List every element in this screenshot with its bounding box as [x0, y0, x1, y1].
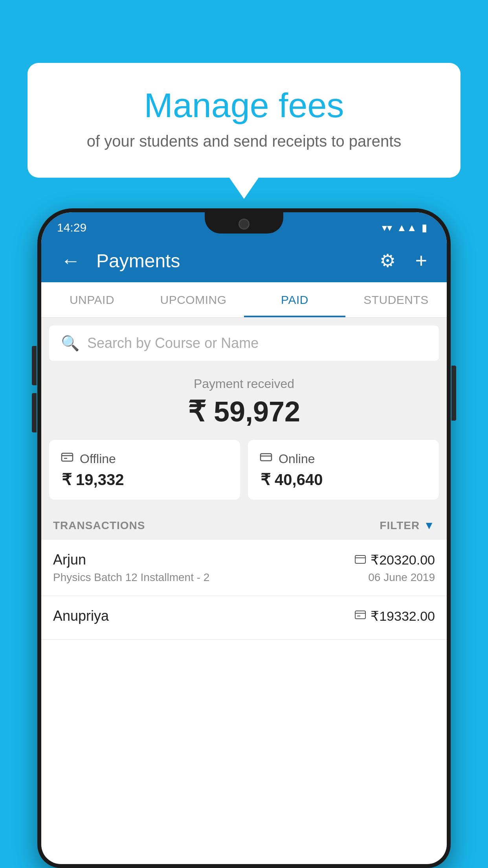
speech-bubble-subtitle: of your students and send receipts to pa…	[55, 132, 433, 150]
volume-up-button[interactable]	[32, 346, 37, 385]
offline-amount: ₹ 19,332	[61, 471, 228, 489]
payment-received-section: Payment received ₹ 59,972	[41, 361, 447, 440]
online-icon	[260, 451, 272, 467]
svg-rect-0	[62, 453, 73, 461]
payment-received-label: Payment received	[49, 377, 439, 391]
speech-bubble: Manage fees of your students and send re…	[28, 63, 460, 178]
tabs: UNPAID UPCOMING PAID STUDENTS	[41, 282, 447, 318]
transaction-row-top: Arjun ₹20320.00	[53, 552, 435, 568]
online-card-header: Online	[260, 451, 427, 467]
content-area: 🔍 Search by Course or Name Payment recei…	[41, 318, 447, 640]
svg-rect-7	[355, 611, 365, 619]
transaction-amount: ₹20320.00	[371, 552, 435, 568]
filter-icon: ▼	[424, 519, 435, 532]
add-button[interactable]: +	[411, 245, 431, 276]
offline-payment-card: Offline ₹ 19,332	[49, 440, 240, 500]
online-label: Online	[279, 452, 315, 466]
signal-icon: ▲▲	[397, 222, 417, 234]
transaction-item-anupriya[interactable]: Anupriya ₹19332.00	[41, 596, 447, 640]
transactions-header: TRANSACTIONS FILTER ▼	[41, 511, 447, 540]
tab-unpaid[interactable]: UNPAID	[41, 282, 143, 317]
search-bar[interactable]: 🔍 Search by Course or Name	[49, 326, 439, 361]
phone-notch	[205, 212, 283, 234]
battery-icon: ▮	[422, 222, 427, 234]
transaction-row-top-2: Anupriya ₹19332.00	[53, 608, 435, 624]
app-bar-title: Payments	[96, 250, 364, 272]
transaction-sub: Physics Batch 12 Installment - 2 06 June…	[53, 571, 435, 584]
transaction-amount-row: ₹20320.00	[355, 552, 435, 568]
wifi-icon: ▾▾	[382, 222, 392, 234]
svg-rect-3	[261, 454, 272, 461]
payment-cards: Offline ₹ 19,332 Online	[41, 440, 447, 511]
offline-payment-icon	[355, 609, 366, 623]
speech-bubble-title: Manage fees	[55, 86, 433, 125]
power-button[interactable]	[451, 366, 456, 421]
transaction-amount-row-2: ₹19332.00	[355, 608, 435, 624]
filter-button[interactable]: FILTER ▼	[380, 519, 435, 532]
transaction-name: Arjun	[53, 552, 86, 568]
status-icons: ▾▾ ▲▲ ▮	[382, 222, 427, 234]
offline-icon	[61, 451, 73, 467]
filter-label: FILTER	[380, 519, 420, 532]
online-payment-card: Online ₹ 40,640	[248, 440, 439, 500]
online-payment-icon	[355, 553, 366, 566]
search-placeholder: Search by Course or Name	[87, 335, 259, 351]
search-icon: 🔍	[61, 335, 79, 352]
online-amount: ₹ 40,640	[260, 471, 427, 489]
tab-paid[interactable]: PAID	[244, 282, 345, 317]
phone-frame: 14:29 ▾▾ ▲▲ ▮ ← Payments ⚙ + UNPAID UPCO…	[37, 208, 451, 868]
tab-students[interactable]: STUDENTS	[345, 282, 447, 317]
phone-camera	[238, 219, 250, 230]
transaction-course: Physics Batch 12 Installment - 2	[53, 571, 209, 584]
svg-rect-5	[355, 555, 365, 563]
settings-icon[interactable]: ⚙	[376, 246, 400, 275]
app-bar: ← Payments ⚙ +	[41, 239, 447, 282]
offline-label: Offline	[80, 452, 116, 466]
transaction-item-arjun[interactable]: Arjun ₹20320.00 Physics Batch 12 Install…	[41, 540, 447, 596]
volume-down-button[interactable]	[32, 393, 37, 432]
transaction-date: 06 June 2019	[368, 571, 435, 584]
transaction-amount-2: ₹19332.00	[371, 608, 435, 624]
transactions-label: TRANSACTIONS	[53, 519, 145, 532]
back-button[interactable]: ←	[57, 245, 84, 276]
payment-amount: ₹ 59,972	[49, 395, 439, 428]
tab-upcoming[interactable]: UPCOMING	[143, 282, 244, 317]
phone-screen: 14:29 ▾▾ ▲▲ ▮ ← Payments ⚙ + UNPAID UPCO…	[41, 212, 447, 864]
offline-card-header: Offline	[61, 451, 228, 467]
status-time: 14:29	[57, 221, 86, 234]
transaction-name-2: Anupriya	[53, 608, 109, 624]
